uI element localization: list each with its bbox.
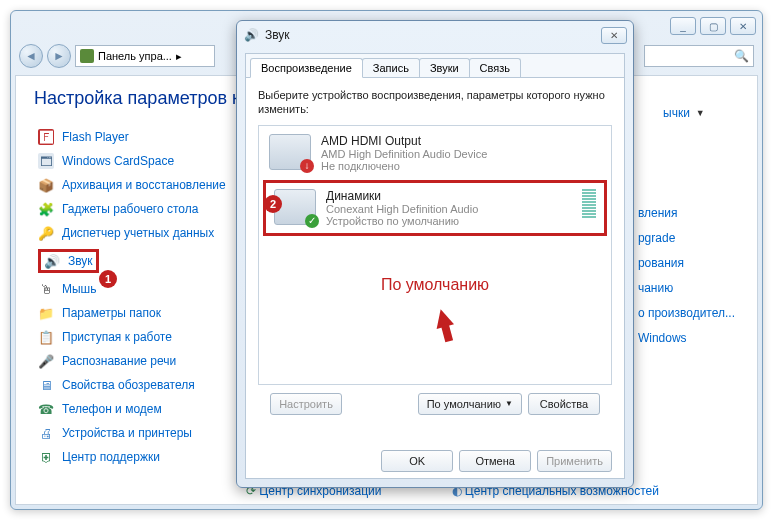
annotation-default-label: По умолчанию [261, 276, 609, 294]
dialog-close-button[interactable]: ✕ [601, 27, 627, 44]
control-panel-icon [80, 49, 94, 63]
cp-item-icon: 🗔 [38, 153, 54, 169]
chevron-down-icon: ▼ [505, 399, 513, 408]
maximize-button[interactable]: ▢ [700, 17, 726, 35]
cp-item-icon: 🔑 [38, 225, 54, 241]
level-meter [582, 189, 596, 218]
partial-link[interactable]: рования [638, 256, 735, 270]
partial-link[interactable]: pgrade [638, 231, 735, 245]
cp-item-icon: ⛨ [38, 449, 54, 465]
status-overlay-icon: ✓ [305, 214, 319, 228]
chevron-right-icon: ▸ [176, 50, 182, 63]
device-name: Динамики [326, 189, 478, 203]
cp-item-label: Свойства обозревателя [62, 378, 195, 392]
dialog-titlebar: 🔊 Звук ✕ [237, 21, 633, 49]
device-icon: ↓ [269, 134, 311, 170]
tab-2[interactable]: Звуки [419, 58, 470, 77]
right-column: вленияpgradeрованиячаниюо производител..… [638, 206, 735, 345]
cp-item-label: Гаджеты рабочего стола [62, 202, 198, 216]
configure-button[interactable]: Настроить [270, 393, 342, 415]
device-list[interactable]: ↓AMD HDMI OutputAMD High Definition Audi… [258, 125, 612, 385]
cp-item-label: Windows CardSpace [62, 154, 174, 168]
properties-button[interactable]: Свойства [528, 393, 600, 415]
cp-item-icon: 📦 [38, 177, 54, 193]
tab-0[interactable]: Воспроизведение [250, 58, 363, 78]
device-status: Не подключено [321, 160, 487, 172]
search-icon: 🔍 [734, 49, 749, 63]
device-name: AMD HDMI Output [321, 134, 487, 148]
cp-item-5[interactable]: 🔊Звук [38, 249, 99, 273]
chevron-down-icon: ▼ [696, 108, 705, 118]
tab-1[interactable]: Запись [362, 58, 420, 77]
cp-item-icon: 📋 [38, 329, 54, 345]
speaker-icon: 🔊 [243, 27, 259, 43]
cp-item-label: Звук [68, 254, 93, 268]
cp-item-icon: ☎ [38, 401, 54, 417]
cp-item-label: Центр поддержки [62, 450, 160, 464]
cp-item-icon: 🖱 [38, 281, 54, 297]
cp-item-icon: 📁 [38, 305, 54, 321]
apply-button[interactable]: Применить [537, 450, 612, 472]
sound-icon: 🔊 [44, 253, 60, 269]
cp-item-label: Мышь [62, 282, 97, 296]
status-overlay-icon: ↓ [300, 159, 314, 173]
device-desc: Conexant High Definition Audio [326, 203, 478, 215]
tab-3[interactable]: Связь [469, 58, 521, 77]
dialog-body: ВоспроизведениеЗаписьЗвукиСвязь Выберите… [245, 53, 625, 479]
device-status: Устройство по умолчанию [326, 215, 478, 227]
device-button-row: Настроить По умолчанию▼ Свойства [258, 385, 612, 423]
ok-button[interactable]: OK [381, 450, 453, 472]
partial-link[interactable]: Windows [638, 331, 735, 345]
cp-item-label: Телефон и модем [62, 402, 162, 416]
nav-back-button[interactable]: ◄ [19, 44, 43, 68]
cp-item-icon: 🧩 [38, 201, 54, 217]
cp-item-label: Параметры папок [62, 306, 161, 320]
cancel-button[interactable]: Отмена [459, 450, 531, 472]
view-dropdown[interactable]: ычки ▼ [663, 106, 753, 120]
cp-item-label: Устройства и принтеры [62, 426, 192, 440]
cp-item-label: Диспетчер учетных данных [62, 226, 214, 240]
annotation-arrow [432, 307, 454, 329]
cp-item-icon: 🖥 [38, 377, 54, 393]
breadcrumb-text: Панель упра... [98, 50, 172, 62]
device-desc: AMD High Definition Audio Device [321, 148, 487, 160]
breadcrumb[interactable]: Панель упра... ▸ [75, 45, 215, 67]
close-button[interactable]: ✕ [730, 17, 756, 35]
partial-link[interactable]: о производител... [638, 306, 735, 320]
set-default-button[interactable]: По умолчанию▼ [418, 393, 522, 415]
tab-pane-playback: Выберите устройство воспроизведения, пар… [246, 78, 624, 433]
partial-link[interactable]: чанию [638, 281, 735, 295]
dialog-title: Звук [265, 28, 595, 42]
cp-item-label: Приступая к работе [62, 330, 172, 344]
dialog-footer: OK Отмена Применить [246, 450, 624, 472]
annotation-badge-1: 1 [99, 270, 117, 288]
tab-strip: ВоспроизведениеЗаписьЗвукиСвязь [246, 54, 624, 78]
cp-item-icon: 🎤 [38, 353, 54, 369]
device-item-1[interactable]: ✓ДинамикиConexant High Definition AudioУ… [263, 180, 607, 236]
minimize-button[interactable]: _ [670, 17, 696, 35]
cp-item-label: Распознавание речи [62, 354, 176, 368]
cp-item-icon: 🖨 [38, 425, 54, 441]
sound-dialog: 🔊 Звук ✕ ВоспроизведениеЗаписьЗвукиСвязь… [236, 20, 634, 488]
nav-forward-button[interactable]: ► [47, 44, 71, 68]
device-item-0[interactable]: ↓AMD HDMI OutputAMD High Definition Audi… [261, 128, 609, 178]
annotation-badge-2: 2 [264, 195, 282, 213]
partial-link[interactable]: вления [638, 206, 735, 220]
cp-item-label: Архивация и восстановление [62, 178, 226, 192]
cp-item-icon: 🅵 [38, 129, 54, 145]
cp-item-label: Flash Player [62, 130, 129, 144]
search-input[interactable]: 🔍 [644, 45, 754, 67]
instruction-text: Выберите устройство воспроизведения, пар… [258, 88, 612, 117]
